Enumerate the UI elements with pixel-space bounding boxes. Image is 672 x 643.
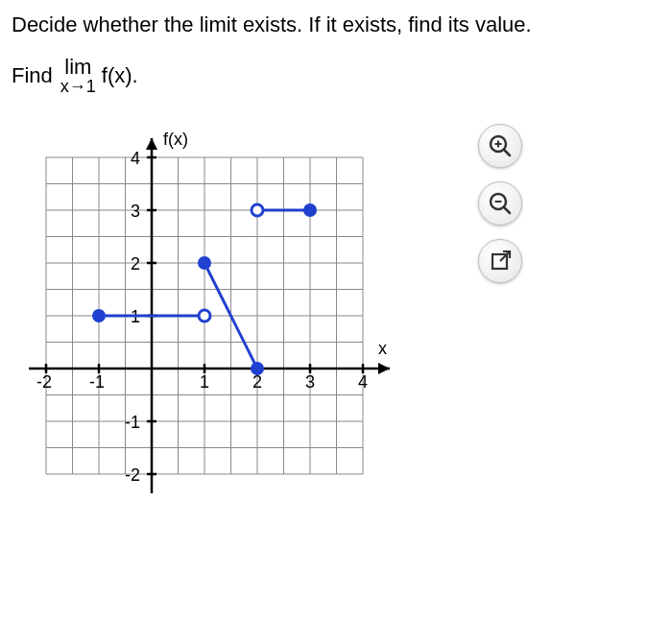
svg-line-58 bbox=[500, 251, 510, 261]
svg-text:4: 4 bbox=[358, 372, 368, 392]
zoom-in-icon bbox=[488, 133, 513, 158]
svg-text:1: 1 bbox=[200, 372, 209, 392]
graph-svg: f(x) x -2 -1 1 2 3 4 4 bbox=[17, 114, 420, 508]
x-axis-arrow bbox=[378, 363, 390, 374]
limit-notation: lim x→1 bbox=[60, 57, 96, 95]
svg-text:-2: -2 bbox=[125, 465, 140, 485]
svg-text:2: 2 bbox=[252, 372, 262, 392]
toolbar bbox=[478, 124, 522, 283]
point-closed bbox=[93, 310, 105, 322]
limit-expression: Find lim x→1 f(x). bbox=[12, 57, 660, 95]
svg-text:-2: -2 bbox=[36, 372, 52, 392]
svg-line-51 bbox=[504, 150, 510, 155]
popout-icon bbox=[489, 250, 512, 273]
limit-function: f(x). bbox=[102, 63, 138, 88]
svg-text:-1: -1 bbox=[125, 413, 140, 432]
zoom-out-icon bbox=[488, 191, 513, 216]
limit-approach: x→1 bbox=[60, 78, 96, 95]
svg-text:3: 3 bbox=[131, 202, 140, 221]
svg-text:-1: -1 bbox=[89, 372, 105, 392]
point-closed bbox=[304, 204, 316, 216]
question-text: Decide whether the limit exists. If it e… bbox=[12, 12, 660, 39]
point-open bbox=[199, 310, 210, 322]
graph: f(x) x -2 -1 1 2 3 4 4 bbox=[17, 114, 420, 508]
svg-text:2: 2 bbox=[131, 254, 140, 274]
popout-button[interactable] bbox=[478, 239, 522, 283]
svg-text:3: 3 bbox=[305, 372, 315, 392]
point-closed bbox=[199, 257, 210, 269]
limit-word: lim bbox=[64, 57, 91, 78]
find-label: Find bbox=[12, 63, 53, 88]
svg-text:4: 4 bbox=[131, 149, 140, 168]
zoom-in-button[interactable] bbox=[478, 124, 522, 168]
x-axis-label: x bbox=[378, 339, 387, 358]
point-closed bbox=[252, 363, 263, 374]
y-axis-label: f(x) bbox=[163, 130, 188, 149]
point-open bbox=[252, 204, 263, 216]
zoom-out-button[interactable] bbox=[478, 181, 522, 226]
y-axis-arrow bbox=[146, 138, 157, 150]
svg-line-55 bbox=[504, 207, 510, 213]
